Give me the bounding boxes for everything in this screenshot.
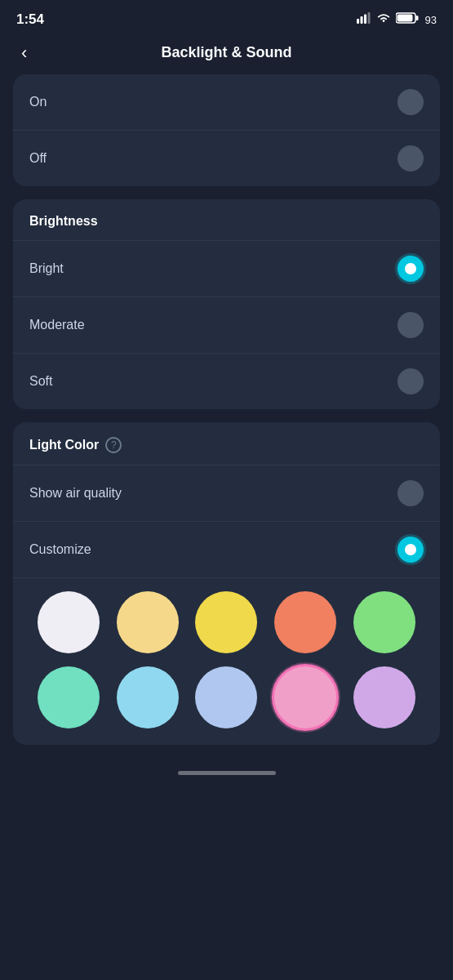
svg-point-4 xyxy=(382,20,384,22)
soft-row[interactable]: Soft xyxy=(13,354,440,409)
bright-label: Bright xyxy=(29,261,64,276)
back-button[interactable]: ‹ xyxy=(15,39,33,67)
signal-icon xyxy=(357,12,371,27)
show-air-quality-row[interactable]: Show air quality xyxy=(13,466,440,522)
light-color-header-row: Light Color ? xyxy=(13,422,440,466)
color-swatch-green[interactable] xyxy=(353,591,415,653)
svg-rect-3 xyxy=(367,12,370,24)
moderate-toggle[interactable] xyxy=(397,312,424,338)
on-row[interactable]: On xyxy=(13,74,440,131)
show-air-quality-label: Show air quality xyxy=(29,486,122,501)
color-swatch-lavender-blue[interactable] xyxy=(195,666,257,728)
moderate-row[interactable]: Moderate xyxy=(13,297,440,354)
color-swatch-mint[interactable] xyxy=(38,666,100,728)
status-bar: 1:54 93 xyxy=(0,0,453,36)
home-indicator xyxy=(0,758,453,782)
color-swatch-sky-blue[interactable] xyxy=(117,666,179,728)
light-color-title: Light Color xyxy=(29,438,99,452)
color-swatches-row-2 xyxy=(13,666,440,745)
home-bar xyxy=(178,771,276,775)
svg-rect-6 xyxy=(415,16,418,20)
on-off-card: On Off xyxy=(13,74,440,186)
status-icons: 93 xyxy=(357,12,437,27)
color-swatch-lavender[interactable] xyxy=(353,666,415,728)
battery-icon xyxy=(396,12,419,27)
light-color-card: Light Color ? Show air quality Customize xyxy=(13,422,440,745)
off-label: Off xyxy=(29,151,47,166)
color-swatch-pink[interactable] xyxy=(274,666,336,728)
color-swatch-white[interactable] xyxy=(38,591,100,653)
svg-rect-2 xyxy=(364,15,366,24)
soft-toggle[interactable] xyxy=(397,368,424,394)
help-icon-text: ? xyxy=(111,439,117,451)
on-toggle[interactable] xyxy=(397,89,424,115)
help-icon[interactable]: ? xyxy=(105,437,122,453)
battery-level: 93 xyxy=(425,14,437,26)
customize-toggle[interactable] xyxy=(397,537,424,563)
customize-label: Customize xyxy=(29,542,91,557)
page-title: Backlight & Sound xyxy=(161,44,291,61)
show-air-quality-toggle[interactable] xyxy=(397,480,424,506)
brightness-card: Brightness Bright Moderate Soft xyxy=(13,199,440,409)
color-swatch-peach[interactable] xyxy=(117,591,179,653)
off-row[interactable]: Off xyxy=(13,131,440,186)
brightness-label: Brightness xyxy=(29,214,98,228)
bright-toggle[interactable] xyxy=(397,256,424,282)
on-label: On xyxy=(29,95,47,109)
color-swatches-row-1 xyxy=(13,578,440,666)
customize-row[interactable]: Customize xyxy=(13,522,440,578)
color-swatch-yellow[interactable] xyxy=(195,591,257,653)
svg-rect-1 xyxy=(360,16,362,24)
off-toggle[interactable] xyxy=(397,145,424,172)
status-time: 1:54 xyxy=(16,11,44,28)
page-header: ‹ Backlight & Sound xyxy=(0,36,453,74)
wifi-icon xyxy=(376,12,391,27)
color-swatch-orange[interactable] xyxy=(274,591,336,653)
brightness-header-row: Brightness xyxy=(13,199,440,241)
soft-label: Soft xyxy=(29,374,52,389)
bright-row[interactable]: Bright xyxy=(13,241,440,297)
svg-rect-7 xyxy=(397,15,412,22)
moderate-label: Moderate xyxy=(29,318,85,332)
svg-rect-0 xyxy=(357,19,359,24)
